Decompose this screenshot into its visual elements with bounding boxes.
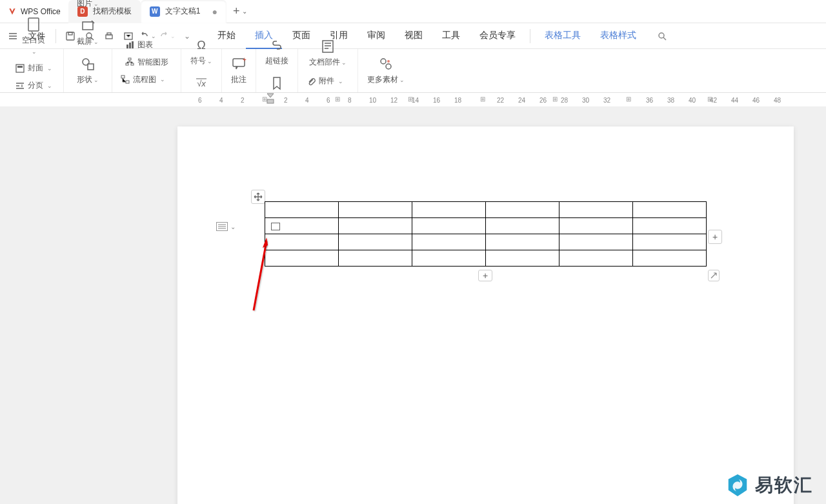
tab-marker[interactable]: ⊞	[334, 96, 341, 102]
svg-text:+: +	[243, 56, 247, 63]
svg-point-45	[386, 64, 391, 69]
hyperlink-button[interactable]: 超链接	[261, 35, 292, 69]
tab-marker[interactable]: ⊞	[552, 96, 558, 102]
symbol-button[interactable]: Ω符号⌄	[186, 35, 216, 69]
document-page[interactable]: ⌄ + +	[177, 126, 794, 504]
svg-rect-4	[107, 33, 111, 35]
menu-tab-review[interactable]: 审阅	[358, 23, 394, 49]
svg-rect-17	[83, 22, 93, 30]
shape-icon	[80, 56, 96, 72]
svg-rect-32	[131, 63, 134, 65]
comment-icon: +	[231, 56, 247, 72]
tab-marker[interactable]: ⊞	[625, 96, 632, 102]
plus-icon: +	[233, 5, 240, 18]
table-row	[265, 234, 707, 250]
redo-icon[interactable]: ⌄	[158, 27, 176, 45]
blank-page-button[interactable]: 空白页⌄	[18, 14, 49, 57]
word-doc-icon: W	[150, 6, 160, 17]
bookmark-icon	[269, 76, 285, 91]
hyperlink-icon	[269, 37, 285, 53]
workspace: ⌄ + +	[0, 107, 826, 504]
svg-rect-19	[88, 64, 94, 70]
table-resize-handle[interactable]	[708, 270, 720, 281]
ribbon: 空白页⌄ 封面⌄ 分页⌄ #页码⌄ 页眉页脚 表格⌄ 图片⌄ 截屏⌄ 形状⌄ 图…	[0, 49, 826, 93]
table-row-selector[interactable]: ⌄	[216, 222, 236, 231]
menu-tab-table-style[interactable]: 表格样式	[591, 23, 645, 49]
cover-button[interactable]: 封面⌄	[12, 61, 55, 75]
section-button[interactable]: 分页⌄	[12, 79, 55, 92]
table-row	[265, 202, 707, 218]
tab-close-icon[interactable]: ●	[212, 6, 217, 17]
smartart-icon	[125, 57, 135, 67]
ruler[interactable]: 6 4 2 ⊞ 2 4 6 ⊞ 8 10 12 ⊞ 14 16 18 ⊞ 22 …	[0, 93, 826, 107]
tab-document-label: 文字文稿1	[165, 6, 201, 17]
indent-marker[interactable]	[267, 93, 274, 105]
attachment-button[interactable]: 附件⌄	[303, 74, 352, 88]
svg-rect-8	[16, 65, 24, 72]
picture-button[interactable]: 图片⌄	[73, 0, 103, 12]
chevron-down-icon: ⌄	[242, 8, 247, 15]
comment-button[interactable]: +批注	[227, 54, 250, 88]
table-row	[265, 250, 707, 267]
table-row	[265, 218, 707, 234]
symbol-icon: Ω	[194, 37, 209, 53]
tab-add[interactable]: + ⌄	[227, 5, 254, 18]
search-icon[interactable]	[653, 27, 671, 45]
smartart-button[interactable]: 智能图形	[122, 55, 171, 69]
menu-tab-member[interactable]: 会员专享	[470, 23, 525, 49]
section-icon	[15, 81, 25, 91]
print-icon[interactable]	[100, 27, 118, 45]
watermark: 易软汇	[725, 473, 813, 498]
flowchart-button[interactable]: 流程图⌄	[117, 73, 176, 86]
table-add-row-button[interactable]: +	[478, 270, 492, 281]
screenshot-icon	[80, 18, 96, 34]
chevron-down-icon: ⌄	[230, 223, 236, 230]
wps-logo-icon	[8, 7, 17, 16]
equation-icon: √x	[194, 76, 209, 91]
table-move-handle[interactable]	[251, 190, 265, 204]
shape-button[interactable]: 形状⌄	[73, 54, 103, 88]
cover-icon	[15, 63, 25, 74]
svg-rect-3	[106, 35, 112, 39]
menu-tab-tools[interactable]: 工具	[433, 23, 469, 49]
svg-rect-42	[323, 41, 333, 52]
svg-rect-28	[129, 43, 131, 48]
menu-tab-table-tools[interactable]: 表格工具	[536, 23, 590, 49]
docparts-icon	[320, 39, 336, 54]
svg-rect-47	[267, 99, 274, 103]
svg-rect-34	[126, 81, 129, 83]
svg-point-44	[381, 59, 386, 64]
svg-text:√x: √x	[197, 79, 206, 88]
chart-icon	[125, 39, 135, 50]
menu-tab-view[interactable]: 视图	[396, 23, 432, 49]
svg-rect-7	[28, 18, 39, 31]
docparts-button[interactable]: 文档部件⌄	[305, 36, 350, 70]
svg-rect-31	[126, 63, 128, 65]
attachment-icon	[306, 76, 316, 86]
separator	[55, 29, 56, 43]
cell-cursor	[271, 223, 280, 230]
more-resources-button[interactable]: 更多素材⌄	[363, 54, 408, 88]
svg-rect-1	[68, 32, 72, 35]
svg-point-46	[387, 60, 390, 63]
titlebar: WPS Office D 找稻壳模板 W 文字文稿1 ● + ⌄	[0, 0, 826, 23]
watermark-text: 易软汇	[755, 473, 813, 498]
table-add-column-button[interactable]: +	[708, 230, 722, 244]
screenshot-button[interactable]: 截屏⌄	[73, 15, 103, 50]
watermark-logo-icon	[725, 473, 750, 498]
blank-page-icon	[26, 17, 41, 32]
svg-text:Ω: Ω	[197, 39, 205, 52]
svg-rect-27	[126, 45, 128, 48]
svg-rect-29	[132, 41, 134, 48]
svg-rect-33	[121, 76, 125, 78]
row-select-icon	[216, 222, 228, 231]
tab-document[interactable]: W 文字文稿1 ●	[141, 0, 227, 23]
svg-point-6	[659, 33, 664, 38]
svg-rect-30	[128, 58, 131, 60]
more-icon	[378, 56, 394, 72]
document-table[interactable]	[265, 201, 707, 267]
separator	[530, 29, 530, 43]
flowchart-icon	[120, 74, 130, 85]
tab-marker[interactable]: ⊞	[479, 96, 486, 102]
svg-rect-9	[17, 66, 23, 68]
